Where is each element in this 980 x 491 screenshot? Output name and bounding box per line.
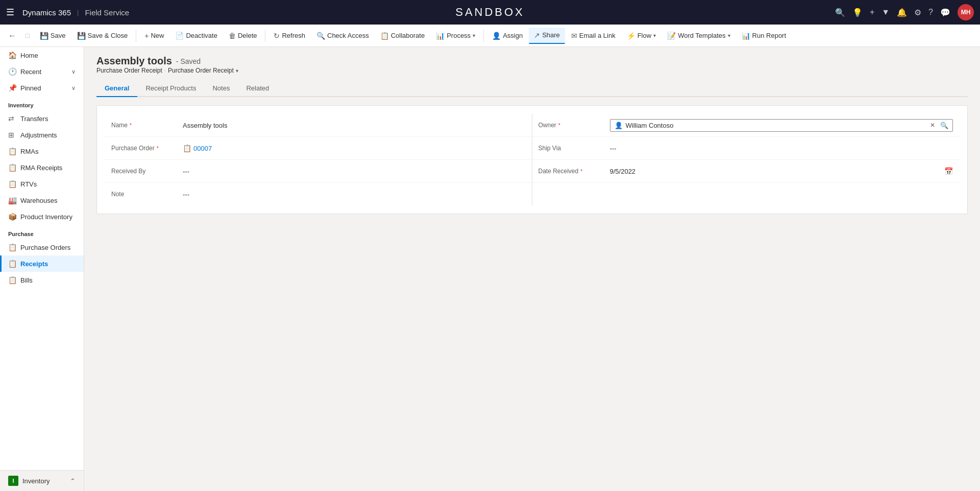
refresh-button[interactable]: ↻ Refresh	[268, 28, 310, 44]
name-value[interactable]: Assembly tools	[183, 122, 526, 129]
pinned-collapse-icon: ∨	[71, 85, 76, 91]
sidebar-item-home[interactable]: 🏠 Home	[0, 47, 84, 63]
add-icon[interactable]: +	[870, 8, 874, 17]
new-icon: +	[144, 32, 149, 40]
word-templates-icon: 📝	[667, 32, 676, 40]
owner-search-icon[interactable]: 🔍	[940, 122, 948, 129]
sidebar: 🏠 Home 🕐 Recent ∨ 📌 Pinned ∨ Inventory ⇄…	[0, 47, 84, 491]
check-access-button[interactable]: 🔍 Check Access	[311, 28, 374, 44]
forward-button[interactable]: □	[21, 30, 34, 41]
tab-receipt-products[interactable]: Receipt Products	[137, 80, 204, 97]
adjustments-icon: ⊞	[8, 131, 16, 139]
save-button[interactable]: 💾 Save	[35, 28, 71, 44]
new-button[interactable]: + New	[139, 28, 169, 44]
tab-notes[interactable]: Notes	[204, 80, 238, 97]
sidebar-item-adjustments[interactable]: ⊞ Adjustments	[0, 127, 84, 143]
sidebar-item-purchase-orders[interactable]: 📋 Purchase Orders	[0, 239, 84, 255]
bills-icon: 📋	[8, 276, 16, 284]
refresh-icon: ↻	[274, 32, 280, 40]
process-button[interactable]: 📊 Process ▾	[431, 28, 480, 44]
form-row-name-owner: Name * Assembly tools Owner * 👤 William …	[105, 114, 959, 137]
po-doc-icon: 📋	[183, 144, 191, 152]
notification-icon[interactable]: 🔔	[897, 8, 907, 17]
back-button[interactable]: ←	[4, 29, 20, 42]
sidebar-item-pinned[interactable]: 📌 Pinned ∨	[0, 80, 84, 96]
collaborate-button[interactable]: 📋 Collaborate	[375, 28, 430, 44]
content-area: Assembly tools - Saved Purchase Order Re…	[84, 47, 980, 491]
form-cell-owner: Owner * 👤 William Contoso ✕ 🔍	[532, 114, 960, 136]
breadcrumb-dropdown-icon[interactable]: ▾	[236, 68, 238, 74]
share-button[interactable]: ↗ Share	[529, 28, 565, 44]
save-close-button[interactable]: 💾 Save & Close	[72, 28, 133, 44]
date-received-label: Date Received *	[538, 168, 610, 175]
brand-name[interactable]: Dynamics 365	[22, 8, 71, 17]
save-icon: 💾	[40, 32, 48, 40]
shipvia-value[interactable]: ---	[610, 145, 617, 152]
sidebar-bottom-chevron[interactable]: ⌃	[70, 477, 76, 485]
note-value[interactable]: ---	[183, 191, 189, 198]
note-label: Note	[111, 191, 183, 198]
word-templates-button[interactable]: 📝 Word Templates ▾	[662, 28, 735, 44]
delete-button[interactable]: 🗑 Delete	[224, 28, 262, 44]
name-label: Name *	[111, 122, 183, 129]
separator-3	[483, 30, 484, 42]
hamburger-menu[interactable]: ☰	[6, 7, 14, 18]
warehouses-icon: 🏭	[8, 196, 16, 204]
deactivate-button[interactable]: 📄 Deactivate	[170, 28, 222, 44]
po-required: *	[157, 146, 159, 151]
date-received-value[interactable]: 9/5/2022	[610, 168, 636, 175]
chat-icon[interactable]: 💬	[940, 8, 950, 17]
flow-button[interactable]: ⚡ Flow ▾	[622, 28, 661, 44]
pinned-icon: 📌	[8, 84, 16, 92]
user-avatar[interactable]: MH	[958, 4, 974, 20]
page-title-text: Assembly tools	[96, 55, 172, 67]
settings-icon[interactable]: ⚙	[914, 8, 921, 17]
run-report-icon: 📊	[742, 32, 750, 40]
assign-button[interactable]: 👤 Assign	[487, 28, 528, 44]
shipvia-label: Ship Via	[538, 145, 610, 152]
rma-receipts-icon: 📋	[8, 163, 16, 172]
sidebar-item-bills[interactable]: 📋 Bills	[0, 272, 84, 288]
section-purchase: Purchase	[0, 225, 84, 239]
inventory-badge: I	[8, 476, 18, 486]
lightbulb-icon[interactable]: 💡	[852, 8, 863, 17]
top-navigation: ☰ Dynamics 365 | Field Service SANDBOX 🔍…	[0, 0, 980, 25]
sidebar-item-product-inventory[interactable]: 📦 Product Inventory	[0, 208, 84, 225]
sidebar-item-warehouses[interactable]: 🏭 Warehouses	[0, 192, 84, 208]
calendar-icon[interactable]: 📅	[944, 167, 953, 175]
run-report-button[interactable]: 📊 Run Report	[737, 28, 791, 44]
email-link-button[interactable]: ✉ Email a Link	[566, 28, 621, 44]
breadcrumb-part1[interactable]: Purchase Order Receipt	[96, 67, 162, 74]
sidebar-item-receipts[interactable]: 📋 Receipts	[0, 255, 84, 272]
section-inventory: Inventory	[0, 96, 84, 110]
receipts-icon: 📋	[8, 260, 16, 268]
page-header: Assembly tools - Saved Purchase Order Re…	[96, 55, 968, 74]
owner-field[interactable]: 👤 William Contoso ✕ 🔍	[610, 119, 953, 132]
rtvs-icon: 📋	[8, 180, 16, 188]
sidebar-item-transfers[interactable]: ⇄ Transfers	[0, 110, 84, 127]
purchase-orders-icon: 📋	[8, 243, 16, 251]
rmas-icon: 📋	[8, 147, 16, 155]
po-link[interactable]: 📋 00007	[183, 144, 212, 152]
received-by-value[interactable]: ---	[183, 168, 189, 175]
breadcrumb-part2[interactable]: Purchase Order Receipt	[168, 67, 234, 74]
separator-1	[136, 30, 136, 42]
flow-arrow: ▾	[653, 33, 656, 38]
owner-clear-icon[interactable]: ✕	[930, 122, 935, 129]
tab-general[interactable]: General	[96, 80, 137, 97]
sidebar-item-rmas[interactable]: 📋 RMAs	[0, 143, 84, 159]
sidebar-bottom-label: Inventory	[22, 477, 50, 485]
sidebar-bottom-item[interactable]: I Inventory ⌃	[0, 471, 84, 491]
filter-icon[interactable]: ▼	[881, 8, 890, 17]
search-icon[interactable]: 🔍	[835, 8, 845, 17]
form-row-received: Received By --- Date Received * 9/5/2022…	[105, 160, 959, 183]
help-icon[interactable]: ?	[928, 8, 933, 17]
form-cell-received-by: Received By ---	[105, 160, 532, 182]
sidebar-item-rma-receipts[interactable]: 📋 RMA Receipts	[0, 159, 84, 176]
app-name[interactable]: Field Service	[85, 8, 129, 17]
sidebar-item-rtvs[interactable]: 📋 RTVs	[0, 176, 84, 192]
recent-icon: 🕐	[8, 67, 16, 76]
sidebar-item-recent[interactable]: 🕐 Recent ∨	[0, 63, 84, 80]
form-cell-shipvia: Ship Via ---	[532, 137, 960, 159]
tab-related[interactable]: Related	[238, 80, 277, 97]
